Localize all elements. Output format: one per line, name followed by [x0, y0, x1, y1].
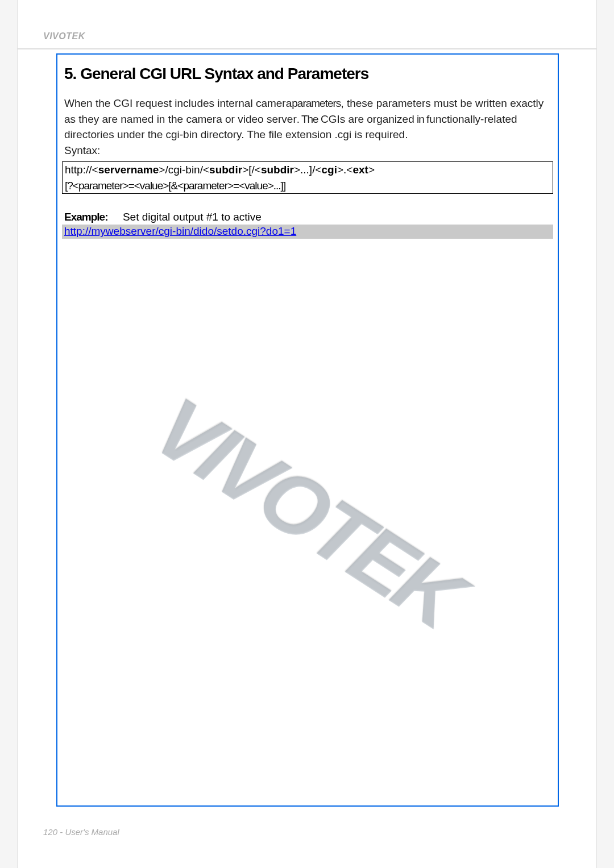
syntax-label: Syntax:	[64, 144, 100, 156]
syntax-line-1: http://<servername>/cgi-bin/<subdir>[/<s…	[63, 162, 553, 178]
section-heading: 5. General CGI URL Syntax and Parameters	[62, 65, 553, 83]
header-divider	[18, 48, 596, 49]
text: directories under the cgi-bin directory.…	[64, 128, 408, 140]
example-link-row: http://mywebserver/cgi-bin/dido/setdo.cg…	[62, 225, 553, 239]
example-prefix: Example:	[64, 211, 107, 223]
footer-sep: -	[57, 827, 65, 837]
syntax-line-2: [?<parameter>=<value>[&<parameter>=<valu…	[63, 178, 553, 194]
text: subdir	[261, 164, 294, 176]
footer-title: User's Manual	[65, 827, 119, 837]
text: CGIs are organized	[321, 113, 414, 125]
watermark: VIVOTEK	[137, 378, 478, 647]
text: . The	[297, 113, 321, 125]
page-footer: 120 - User's Manual	[43, 827, 119, 837]
body-paragraph: When the CGI request includes internal c…	[62, 95, 553, 158]
text: >...]/<	[294, 164, 322, 176]
content-frame: 5. General CGI URL Syntax and Parameters…	[56, 53, 559, 807]
text: servername	[98, 164, 159, 176]
text: >[/<	[242, 164, 261, 176]
text: parameters	[292, 97, 341, 109]
syntax-box: http://<servername>/cgi-bin/<subdir>[/<s…	[62, 161, 553, 194]
text: , these parameters must be written exact…	[341, 97, 544, 109]
text: >.<	[337, 164, 352, 176]
page-container: VIVOTEK 5. General CGI URL Syntax and Pa…	[17, 0, 597, 868]
text: >	[368, 164, 375, 176]
example-link[interactable]: http://mywebserver/cgi-bin/dido/setdo.cg…	[64, 225, 296, 237]
text: in	[414, 113, 426, 125]
example-label-row: Example: Set digital output #1 to active	[62, 211, 553, 223]
text: functionally-related	[426, 113, 517, 125]
page-number: 120	[43, 827, 57, 837]
text: as they are named in the camera or video…	[64, 113, 297, 125]
text: cgi	[322, 164, 337, 176]
text: >/cgi-bin/<	[159, 164, 209, 176]
text: ext	[352, 164, 368, 176]
text: When the CGI request includes internal c…	[64, 97, 292, 109]
text: subdir	[209, 164, 242, 176]
example-text: Set digital output #1 to active	[123, 211, 262, 223]
brand-label: VIVOTEK	[43, 31, 85, 41]
page-header: VIVOTEK	[18, 0, 596, 48]
text: http://<	[65, 164, 98, 176]
